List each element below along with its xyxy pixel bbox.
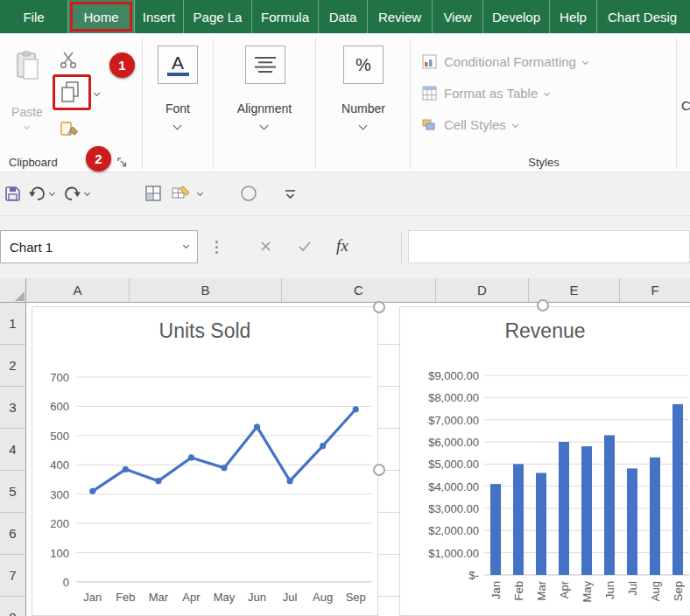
svg-text:Jul: Jul xyxy=(283,591,298,604)
column-header-e[interactable]: E xyxy=(529,278,620,302)
units-sold-chart[interactable]: Units Sold 0100200300400500600700JanFebM… xyxy=(32,306,378,616)
chart-selection-handle-top-center[interactable] xyxy=(537,299,549,312)
svg-text:Feb: Feb xyxy=(512,581,525,600)
column-header-row: A B C D E F xyxy=(0,278,690,303)
format-painter-button[interactable] xyxy=(60,121,79,144)
format-as-table-button[interactable]: Format as Table xyxy=(422,86,549,101)
units-sold-plot: 0100200300400500600700JanFebMarAprMayJun… xyxy=(32,307,377,615)
number-group-label: Number xyxy=(316,102,411,116)
undo-button[interactable] xyxy=(28,186,46,205)
save-icon xyxy=(4,186,21,202)
select-all-triangle-icon xyxy=(15,291,25,301)
svg-text:May: May xyxy=(214,591,236,604)
grid-lines xyxy=(378,303,399,616)
tab-file[interactable]: File xyxy=(0,0,68,33)
chart-selection-handle-middle-right[interactable] xyxy=(373,464,385,476)
tab-formulas[interactable]: Formula xyxy=(252,0,319,33)
font-group-chevron[interactable] xyxy=(173,122,182,130)
redo-button[interactable] xyxy=(63,186,81,205)
customize-qat-button[interactable] xyxy=(284,188,297,204)
column-header-c[interactable]: C xyxy=(282,278,436,302)
name-box-chevron[interactable] xyxy=(183,242,189,248)
svg-text:Mar: Mar xyxy=(149,591,169,604)
tab-data[interactable]: Data xyxy=(319,0,368,33)
view-gridlines-button[interactable] xyxy=(145,186,161,205)
svg-text:$4,000.00: $4,000.00 xyxy=(428,480,479,494)
tab-chart-design[interactable]: Chart Desig xyxy=(597,0,690,33)
chart-selection-handle-top-right[interactable] xyxy=(373,301,385,313)
cut-scissors-icon xyxy=(60,51,77,69)
undo-icon xyxy=(28,186,46,201)
tab-developer[interactable]: Develop xyxy=(483,0,550,33)
alignment-group-button[interactable] xyxy=(245,46,285,84)
undo-dropdown-chevron[interactable] xyxy=(49,190,55,196)
alignment-lines-icon xyxy=(253,55,278,74)
tab-review[interactable]: Review xyxy=(368,0,433,33)
cancel-entry-button[interactable] xyxy=(259,240,272,256)
font-group-label: Font xyxy=(143,102,213,116)
svg-text:Mar: Mar xyxy=(535,580,548,600)
svg-text:Jun: Jun xyxy=(603,581,616,599)
redo-dropdown-chevron[interactable] xyxy=(84,190,90,196)
row-header-3[interactable]: 3 xyxy=(0,387,25,429)
insert-function-button[interactable]: fx xyxy=(336,236,349,256)
tab-help[interactable]: Help xyxy=(550,0,597,33)
svg-text:Jan: Jan xyxy=(83,591,102,604)
conditional-formatting-icon xyxy=(422,54,437,69)
tab-insert[interactable]: Insert xyxy=(135,0,184,33)
row-header-7[interactable]: 7 xyxy=(0,555,25,597)
row-header-5[interactable]: 5 xyxy=(0,471,25,513)
cell-styles-icon xyxy=(422,117,437,132)
number-group-chevron[interactable] xyxy=(359,122,368,130)
clipboard-dialog-launcher[interactable] xyxy=(117,156,128,172)
draw-table-button[interactable] xyxy=(172,186,191,205)
check-icon xyxy=(298,240,312,253)
name-box-resize-handle[interactable] xyxy=(215,241,218,243)
svg-text:Aug: Aug xyxy=(313,591,333,604)
name-box[interactable]: Chart 1 xyxy=(0,230,198,263)
ribbon-tab-bar: File Home Insert Page La Formula Data Re… xyxy=(0,0,690,33)
x-icon xyxy=(259,240,272,253)
annotation-step-2: 2 xyxy=(86,146,111,172)
redo-icon xyxy=(63,186,81,201)
row-header-4[interactable]: 4 xyxy=(0,429,25,471)
row-header-6[interactable]: 6 xyxy=(0,513,25,555)
paste-dropdown-chevron xyxy=(24,123,30,130)
oval-shape-button[interactable] xyxy=(240,185,257,206)
paste-button[interactable]: Paste xyxy=(4,40,51,140)
enter-entry-button[interactable] xyxy=(298,240,312,256)
cell-styles-button[interactable]: Cell Styles xyxy=(422,117,518,132)
column-header-b[interactable]: B xyxy=(130,278,282,302)
row-header-8[interactable]: 8 xyxy=(0,597,25,616)
conditional-formatting-label: Conditional Formatting xyxy=(444,54,576,69)
column-header-f[interactable]: F xyxy=(620,278,690,302)
column-header-a[interactable]: A xyxy=(26,278,130,302)
tab-page-layout[interactable]: Page La xyxy=(184,0,252,33)
number-group-button[interactable]: % xyxy=(343,46,384,84)
tab-home[interactable]: Home xyxy=(68,0,135,33)
select-all-corner[interactable] xyxy=(0,278,26,302)
format-as-table-icon xyxy=(422,86,437,101)
formula-bar-input[interactable] xyxy=(408,230,690,263)
column-header-d[interactable]: D xyxy=(436,278,529,302)
svg-text:Jan: Jan xyxy=(489,581,503,599)
svg-text:600: 600 xyxy=(50,400,69,413)
copy-dropdown-chevron[interactable] xyxy=(94,90,100,96)
font-color-bar-icon xyxy=(167,73,189,76)
annotation-step-1: 1 xyxy=(109,52,135,78)
draw-table-dropdown-chevron[interactable] xyxy=(197,190,203,196)
cell-styles-chevron xyxy=(512,122,518,128)
alignment-group-chevron[interactable] xyxy=(260,122,269,130)
cut-button[interactable] xyxy=(60,51,77,73)
svg-text:0: 0 xyxy=(63,576,69,589)
format-as-table-chevron xyxy=(544,90,550,96)
svg-text:Sep: Sep xyxy=(346,591,366,604)
revenue-chart[interactable]: Revenue $-$1,000.00$2,000.00$3,000.00$4,… xyxy=(399,306,690,616)
conditional-formatting-button[interactable]: Conditional Formatting xyxy=(422,54,588,69)
row-header-1[interactable]: 1 xyxy=(0,303,25,345)
save-button[interactable] xyxy=(4,186,21,206)
tab-view[interactable]: View xyxy=(433,0,483,33)
copy-button[interactable] xyxy=(60,80,81,107)
font-group-button[interactable]: A xyxy=(158,46,198,84)
row-header-2[interactable]: 2 xyxy=(0,345,25,387)
